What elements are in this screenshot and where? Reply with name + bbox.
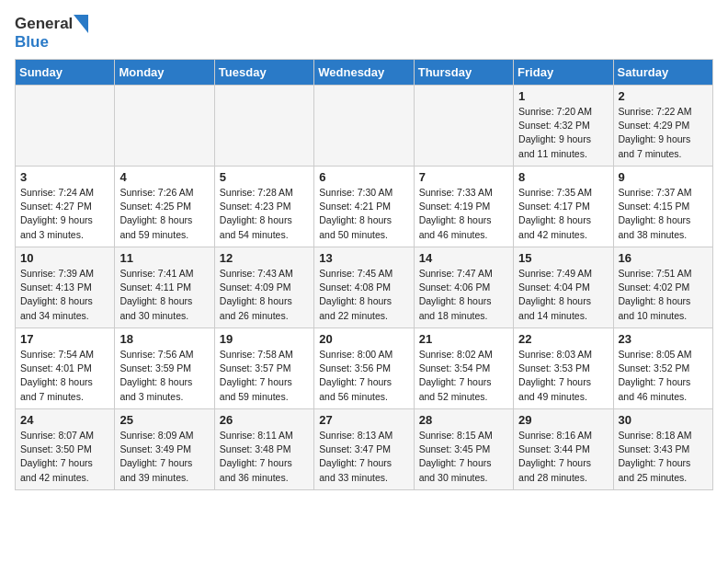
day-info: Sunrise: 7:41 AM Sunset: 4:11 PM Dayligh… <box>119 267 209 323</box>
day-number: 23 <box>619 332 708 346</box>
day-info: Sunrise: 7:47 AM Sunset: 4:06 PM Dayligh… <box>419 267 508 323</box>
week-row-3: 10Sunrise: 7:39 AM Sunset: 4:13 PM Dayli… <box>16 247 713 328</box>
calendar-cell: 25Sunrise: 8:09 AM Sunset: 3:49 PM Dayli… <box>115 409 214 490</box>
day-number: 30 <box>619 413 708 427</box>
calendar-cell: 23Sunrise: 8:05 AM Sunset: 3:52 PM Dayli… <box>613 328 712 409</box>
logo-blue-text: Blue <box>15 33 49 52</box>
day-number: 24 <box>20 413 109 427</box>
day-info: Sunrise: 7:54 AM Sunset: 4:01 PM Dayligh… <box>20 348 109 404</box>
day-info: Sunrise: 8:07 AM Sunset: 3:50 PM Dayligh… <box>20 429 109 485</box>
calendar-cell: 8Sunrise: 7:35 AM Sunset: 4:17 PM Daylig… <box>514 167 613 247</box>
day-number: 8 <box>518 170 608 184</box>
day-info: Sunrise: 8:09 AM Sunset: 3:49 PM Dayligh… <box>119 429 209 485</box>
page-header: General Blue <box>15 15 713 52</box>
day-info: Sunrise: 7:33 AM Sunset: 4:19 PM Dayligh… <box>419 186 508 242</box>
day-number: 16 <box>619 251 708 265</box>
day-info: Sunrise: 8:18 AM Sunset: 3:43 PM Dayligh… <box>619 429 708 485</box>
day-number: 4 <box>119 170 209 184</box>
day-info: Sunrise: 7:58 AM Sunset: 3:57 PM Dayligh… <box>220 348 309 404</box>
day-number: 14 <box>419 251 508 265</box>
calendar-cell: 1Sunrise: 7:20 AM Sunset: 4:32 PM Daylig… <box>514 86 613 167</box>
day-number: 1 <box>518 89 608 103</box>
day-number: 21 <box>419 332 508 346</box>
calendar-cell: 18Sunrise: 7:56 AM Sunset: 3:59 PM Dayli… <box>115 328 214 409</box>
week-row-5: 24Sunrise: 8:07 AM Sunset: 3:50 PM Dayli… <box>16 409 713 490</box>
day-info: Sunrise: 7:26 AM Sunset: 4:25 PM Dayligh… <box>119 186 209 242</box>
day-info: Sunrise: 7:24 AM Sunset: 4:27 PM Dayligh… <box>20 186 109 242</box>
day-number: 5 <box>220 170 309 184</box>
day-header-friday: Friday <box>514 60 613 86</box>
day-info: Sunrise: 8:11 AM Sunset: 3:48 PM Dayligh… <box>220 429 309 485</box>
day-number: 11 <box>119 251 209 265</box>
calendar-cell: 6Sunrise: 7:30 AM Sunset: 4:21 PM Daylig… <box>314 167 414 247</box>
day-number: 2 <box>619 89 708 103</box>
day-number: 12 <box>220 251 309 265</box>
day-info: Sunrise: 8:16 AM Sunset: 3:44 PM Dayligh… <box>518 429 608 485</box>
calendar-cell: 15Sunrise: 7:49 AM Sunset: 4:04 PM Dayli… <box>514 247 613 328</box>
day-info: Sunrise: 7:22 AM Sunset: 4:29 PM Dayligh… <box>619 105 708 161</box>
calendar-cell: 9Sunrise: 7:37 AM Sunset: 4:15 PM Daylig… <box>613 167 712 247</box>
day-number: 7 <box>419 170 508 184</box>
calendar-cell: 28Sunrise: 8:15 AM Sunset: 3:45 PM Dayli… <box>414 409 513 490</box>
calendar-cell <box>16 86 115 167</box>
day-number: 28 <box>419 413 508 427</box>
day-number: 6 <box>319 170 408 184</box>
day-number: 15 <box>518 251 608 265</box>
day-header-saturday: Saturday <box>613 60 712 86</box>
calendar-cell: 29Sunrise: 8:16 AM Sunset: 3:44 PM Dayli… <box>514 409 613 490</box>
day-info: Sunrise: 7:43 AM Sunset: 4:09 PM Dayligh… <box>220 267 309 323</box>
calendar-cell: 30Sunrise: 8:18 AM Sunset: 3:43 PM Dayli… <box>613 409 712 490</box>
day-info: Sunrise: 7:56 AM Sunset: 3:59 PM Dayligh… <box>119 348 209 404</box>
day-header-wednesday: Wednesday <box>314 60 414 86</box>
day-info: Sunrise: 7:51 AM Sunset: 4:02 PM Dayligh… <box>619 267 708 323</box>
day-info: Sunrise: 8:13 AM Sunset: 3:47 PM Dayligh… <box>319 429 408 485</box>
day-info: Sunrise: 7:28 AM Sunset: 4:23 PM Dayligh… <box>220 186 309 242</box>
calendar-cell: 22Sunrise: 8:03 AM Sunset: 3:53 PM Dayli… <box>514 328 613 409</box>
logo-arrow-icon <box>74 15 88 33</box>
logo-general-text: General <box>15 15 73 33</box>
calendar-cell: 3Sunrise: 7:24 AM Sunset: 4:27 PM Daylig… <box>16 167 115 247</box>
calendar-cell: 20Sunrise: 8:00 AM Sunset: 3:56 PM Dayli… <box>314 328 414 409</box>
day-info: Sunrise: 8:02 AM Sunset: 3:54 PM Dayligh… <box>419 348 508 404</box>
calendar-cell: 7Sunrise: 7:33 AM Sunset: 4:19 PM Daylig… <box>414 167 513 247</box>
day-number: 27 <box>319 413 408 427</box>
week-row-4: 17Sunrise: 7:54 AM Sunset: 4:01 PM Dayli… <box>16 328 713 409</box>
calendar-cell: 11Sunrise: 7:41 AM Sunset: 4:11 PM Dayli… <box>115 247 214 328</box>
calendar-cell: 5Sunrise: 7:28 AM Sunset: 4:23 PM Daylig… <box>214 167 313 247</box>
calendar-cell: 14Sunrise: 7:47 AM Sunset: 4:06 PM Dayli… <box>414 247 513 328</box>
day-number: 18 <box>119 332 209 346</box>
calendar-cell: 4Sunrise: 7:26 AM Sunset: 4:25 PM Daylig… <box>115 167 214 247</box>
calendar-cell: 24Sunrise: 8:07 AM Sunset: 3:50 PM Dayli… <box>16 409 115 490</box>
calendar-cell: 2Sunrise: 7:22 AM Sunset: 4:29 PM Daylig… <box>613 86 712 167</box>
calendar-cell: 21Sunrise: 8:02 AM Sunset: 3:54 PM Dayli… <box>414 328 513 409</box>
calendar-cell: 27Sunrise: 8:13 AM Sunset: 3:47 PM Dayli… <box>314 409 414 490</box>
calendar-cell: 13Sunrise: 7:45 AM Sunset: 4:08 PM Dayli… <box>314 247 414 328</box>
day-info: Sunrise: 7:37 AM Sunset: 4:15 PM Dayligh… <box>619 186 708 242</box>
calendar-cell: 10Sunrise: 7:39 AM Sunset: 4:13 PM Dayli… <box>16 247 115 328</box>
calendar-cell: 16Sunrise: 7:51 AM Sunset: 4:02 PM Dayli… <box>613 247 712 328</box>
day-number: 29 <box>518 413 608 427</box>
day-number: 13 <box>319 251 408 265</box>
week-row-2: 3Sunrise: 7:24 AM Sunset: 4:27 PM Daylig… <box>16 167 713 247</box>
calendar-cell <box>414 86 513 167</box>
logo-wordmark: General <box>15 15 89 33</box>
svg-marker-0 <box>74 15 88 33</box>
day-number: 19 <box>220 332 309 346</box>
calendar-cell <box>314 86 414 167</box>
day-number: 9 <box>619 170 708 184</box>
day-number: 10 <box>20 251 109 265</box>
logo: General Blue <box>15 15 89 52</box>
day-info: Sunrise: 7:39 AM Sunset: 4:13 PM Dayligh… <box>20 267 109 323</box>
day-header-sunday: Sunday <box>16 60 115 86</box>
day-info: Sunrise: 7:30 AM Sunset: 4:21 PM Dayligh… <box>319 186 408 242</box>
calendar-cell: 19Sunrise: 7:58 AM Sunset: 3:57 PM Dayli… <box>214 328 313 409</box>
calendar-cell: 26Sunrise: 8:11 AM Sunset: 3:48 PM Dayli… <box>214 409 313 490</box>
day-info: Sunrise: 7:45 AM Sunset: 4:08 PM Dayligh… <box>319 267 408 323</box>
day-number: 22 <box>518 332 608 346</box>
day-header-tuesday: Tuesday <box>214 60 313 86</box>
day-number: 26 <box>220 413 309 427</box>
day-header-monday: Monday <box>115 60 214 86</box>
day-info: Sunrise: 7:20 AM Sunset: 4:32 PM Dayligh… <box>518 105 608 161</box>
day-info: Sunrise: 8:03 AM Sunset: 3:53 PM Dayligh… <box>518 348 608 404</box>
day-info: Sunrise: 7:35 AM Sunset: 4:17 PM Dayligh… <box>518 186 608 242</box>
